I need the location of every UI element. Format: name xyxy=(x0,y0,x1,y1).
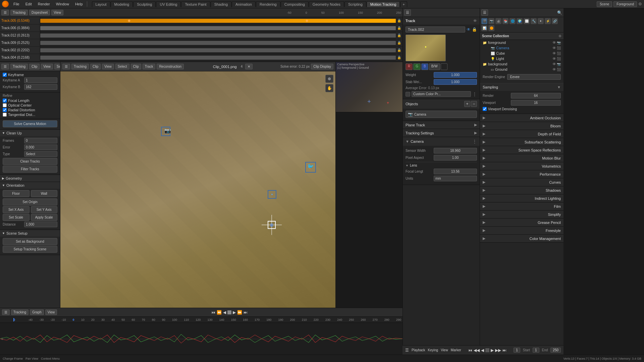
tab-scripting[interactable]: Scripting xyxy=(344,1,366,7)
track-timeline-4[interactable] xyxy=(40,47,396,54)
current-frame-display[interactable]: 1 xyxy=(514,348,520,353)
ground-eye[interactable]: 👁 xyxy=(552,67,556,71)
set-scale-button[interactable]: Set Scale xyxy=(3,214,30,221)
clip-select-btn[interactable]: Select xyxy=(115,64,129,69)
track-eye-toggle[interactable]: 👁 xyxy=(467,27,471,32)
props-menu-icon[interactable]: ☰ xyxy=(481,9,488,16)
timeline-graph[interactable]: 0 xyxy=(0,323,402,355)
view-btn[interactable]: View xyxy=(41,64,53,69)
props-world-icon[interactable]: 🌍 xyxy=(517,18,523,24)
tab-sculpting[interactable]: Sculpting xyxy=(133,1,156,7)
step-fwd-btn[interactable]: ⏩ xyxy=(237,310,242,315)
timeline-graph-btn[interactable]: Graph xyxy=(30,309,44,315)
camera-section-header[interactable]: ▼ Camera ⋮ xyxy=(403,137,480,146)
props-view-layer-icon[interactable]: 📚 xyxy=(502,18,508,24)
menu-help[interactable]: Help xyxy=(72,1,86,7)
end-frame[interactable]: 250 xyxy=(550,348,561,353)
track-marker-4[interactable] xyxy=(268,190,276,199)
props-material-icon[interactable]: 🟠 xyxy=(488,25,494,31)
menu-file[interactable]: File xyxy=(11,1,22,7)
step-back-btn[interactable]: ⏪ xyxy=(217,310,222,315)
tab-geometry-nodes[interactable]: Geometry Nodes xyxy=(309,1,344,7)
outliner-ground[interactable]: ▭ Ground 👁 ⬛ xyxy=(484,67,564,72)
dopesheet-mode-btn[interactable]: Dopesheet xyxy=(29,10,50,15)
outliner-filter-icon[interactable]: ⚙ xyxy=(558,34,561,38)
channel-bw-button[interactable]: B/W xyxy=(429,63,440,70)
filter-tracks-button[interactable]: Filter Tracks xyxy=(3,166,57,173)
crosshair-tool[interactable]: ⊕ xyxy=(325,75,333,83)
track-timeline-2[interactable] xyxy=(40,32,396,39)
props-object-icon[interactable]: ⬜ xyxy=(524,18,530,24)
props-render-icon[interactable]: 📷 xyxy=(488,18,494,24)
props-scene2-icon[interactable]: 🌐 xyxy=(509,18,516,24)
set-origin-button[interactable]: Set Origin xyxy=(3,198,57,205)
ambient-occlusion-header[interactable]: ▶ Ambient Occlusion xyxy=(480,114,564,122)
tab-layout[interactable]: Layout xyxy=(92,1,110,7)
clip-tracking-btn[interactable]: Tracking xyxy=(71,64,89,69)
props-output-icon[interactable]: 🖨 xyxy=(495,18,501,24)
tab-modeling[interactable]: Modeling xyxy=(111,1,133,7)
channel-b-button[interactable]: B xyxy=(421,63,428,70)
background-camera[interactable]: 📷 xyxy=(557,62,561,66)
track-row[interactable]: Track.006 (0.3884) 🔒 xyxy=(0,24,402,32)
simplify-header[interactable]: ▶ Simplify xyxy=(480,210,564,218)
shadows-header[interactable]: ▶ Shadows xyxy=(480,186,564,194)
clip-editor-icon[interactable]: ☰ xyxy=(62,64,70,69)
scene-setup-header[interactable]: ▼ Scene Setup xyxy=(0,230,60,237)
stop-btn[interactable] xyxy=(227,310,231,314)
props-scene-icon[interactable]: 🎬 xyxy=(481,18,487,24)
subsurface-header[interactable]: ▶ Subsurface Scattering xyxy=(480,138,564,146)
foreground-eye[interactable]: 👁 xyxy=(552,41,556,45)
props-particles-icon[interactable]: ✦ xyxy=(538,18,544,24)
tab-compositing[interactable]: Compositing xyxy=(281,1,309,7)
editor-type-btn[interactable]: ☰ xyxy=(1,10,9,15)
step-fwd-playback-btn[interactable]: ▶▶ xyxy=(495,348,501,353)
light-eye[interactable]: 👁 xyxy=(552,57,556,61)
wall-button[interactable]: Wall xyxy=(31,190,58,197)
editor-icon-btn[interactable]: ☰ xyxy=(1,64,9,69)
view-label[interactable]: View xyxy=(441,348,448,352)
tab-rendering[interactable]: Rendering xyxy=(256,1,280,7)
grease-pencil-header[interactable]: ▶ Grease Pencil xyxy=(480,219,564,226)
weight-value[interactable]: 1.000 xyxy=(434,72,477,78)
indirect-lighting-header[interactable]: ▶ Indirect Lighting xyxy=(480,194,564,202)
type-value[interactable]: Select xyxy=(24,151,57,157)
add-object-btn[interactable]: + xyxy=(464,101,470,107)
clip-close-btn[interactable]: ✕ xyxy=(245,64,253,69)
search-icon[interactable]: 🔍 xyxy=(557,10,562,15)
track-section-eye[interactable]: 👁 xyxy=(473,19,477,23)
props-constraints-icon[interactable]: 🔗 xyxy=(552,18,558,24)
track-timeline-5[interactable] xyxy=(40,54,396,61)
tracking-settings-header[interactable]: Tracking Settings ▶ xyxy=(403,129,480,137)
clip-menu-btn[interactable]: Clip xyxy=(90,64,101,69)
selected-track[interactable]: ⊕ xyxy=(262,215,282,235)
outliner-camera[interactable]: 📷 Camera 👁 ⬛ xyxy=(484,45,564,51)
freestyle-header[interactable]: ▶ Freestyle xyxy=(480,227,564,234)
clip-clip-btn[interactable]: Clip xyxy=(131,64,141,69)
jump-start-playback-btn[interactable]: ⏮ xyxy=(468,348,472,353)
track-row[interactable]: Track.009 (0.2525) 🔒 xyxy=(0,39,402,47)
render-samples-value[interactable]: 64 xyxy=(511,93,561,99)
custom-color-dots[interactable]: ⋮ xyxy=(472,92,477,97)
panel-icon[interactable]: ☰ xyxy=(404,9,411,16)
play-playback-btn[interactable]: ▶ xyxy=(491,348,494,353)
track-timeline-1[interactable] xyxy=(40,24,396,32)
camera-eye[interactable]: 👁 xyxy=(552,46,556,50)
set-y-axis-button[interactable]: Set Y Axis xyxy=(31,206,58,213)
timeline-view-btn[interactable]: View xyxy=(45,309,57,315)
units-dropdown[interactable]: mm xyxy=(434,176,477,181)
tab-uv-editing[interactable]: UV Editing xyxy=(156,1,181,7)
clip-reconstruction-btn[interactable]: Reconstruction xyxy=(157,64,184,69)
clip-display-btn[interactable]: Clip Display xyxy=(311,64,333,69)
clip-view-btn[interactable]: View xyxy=(102,64,114,69)
start-frame[interactable]: 1 xyxy=(533,348,539,353)
track-row[interactable]: Track.012 (0.2613) 🔒 xyxy=(0,32,402,39)
viewport-samples-value[interactable]: 16 xyxy=(511,100,561,106)
track-row[interactable]: Track.002 (0.2202) 🔒 xyxy=(0,47,402,54)
color-management-header[interactable]: ▶ Color Management xyxy=(480,235,564,242)
bloom-header[interactable]: ▶ Bloom xyxy=(480,122,564,130)
track-row[interactable]: Track.005 (0.5348) 🔒 xyxy=(0,17,402,24)
play-btn[interactable]: ▶ xyxy=(233,310,236,315)
tracking-btn[interactable]: Tracking xyxy=(10,64,28,69)
menu-window[interactable]: Window xyxy=(53,1,72,7)
